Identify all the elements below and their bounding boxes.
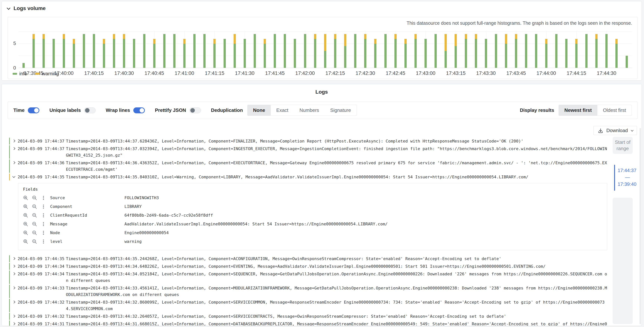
chevron-down-icon[interactable] [12, 174, 18, 180]
stacked-bar [133, 39, 135, 68]
kebab-icon[interactable] [41, 195, 46, 200]
log-row[interactable]: 2014-03-09 17:44:36Timestamp=2014-03-09T… [9, 159, 607, 173]
magnifier-minus-icon[interactable] [32, 221, 37, 227]
log-message: Timestamp=2014-03-09T13:44:33.456141Z, L… [66, 285, 607, 298]
log-message: Timestamp=2014-03-09T13:44:35.244268Z, L… [66, 255, 607, 262]
log-message: Timestamp=2014-03-09T13:44:37.628436Z, L… [66, 138, 607, 144]
display-option-oldest-first[interactable]: Oldest first [598, 105, 632, 116]
warning-bar-segment [334, 34, 336, 39]
stacked-bar [264, 39, 266, 68]
stacked-bar [364, 34, 366, 68]
bar-slot: 17:42:00 [300, 31, 310, 68]
stacked-bar [284, 34, 286, 68]
field-name: level [50, 239, 124, 244]
log-row[interactable]: 2014-03-09 17:44:37Timestamp=2014-03-09T… [9, 138, 607, 145]
log-list: 2014-03-09 17:44:37Timestamp=2014-03-09T… [9, 138, 607, 326]
log-row[interactable]: 2014-03-09 17:44:32Timestamp=2014-03-09T… [9, 313, 607, 320]
info-bar-segment [475, 39, 477, 68]
toggle-switch[interactable] [84, 107, 96, 113]
stacked-bar [454, 34, 457, 68]
toggle-label: Unique labels [50, 107, 81, 113]
kebab-icon[interactable] [41, 221, 46, 227]
stacked-bar [42, 34, 45, 68]
bar-slot [39, 31, 49, 68]
stacked-bar [203, 34, 206, 68]
log-row[interactable]: 2014-03-09 17:44:34Timestamp=2014-03-09T… [9, 270, 607, 284]
kebab-icon[interactable] [41, 239, 46, 244]
log-nav-current-range[interactable]: 17:44:37 — 17:39:40 [614, 165, 638, 191]
log-row[interactable]: 2014-03-09 17:44:37Timestamp=2014-03-09T… [9, 145, 607, 159]
magnifier-minus-icon[interactable] [32, 239, 37, 244]
info-bar-segment [324, 51, 326, 68]
chevron-right-icon[interactable] [12, 263, 18, 270]
scrollbar[interactable] [640, 128, 641, 324]
magnifier-plus-icon[interactable] [23, 213, 28, 218]
magnifier-plus-icon[interactable] [23, 221, 28, 227]
info-bar-segment [123, 39, 125, 68]
toggle-switch[interactable] [190, 107, 201, 113]
field-name: Source [50, 195, 124, 200]
bar-slot [431, 31, 441, 68]
chevron-right-icon[interactable] [12, 145, 18, 158]
dedup-option-signature[interactable]: Signature [324, 105, 356, 116]
kebab-icon[interactable] [41, 204, 46, 209]
magnifier-minus-icon[interactable] [32, 204, 37, 209]
legend-item-warning[interactable]: warning [35, 71, 59, 77]
stacked-bar [384, 34, 386, 68]
chevron-right-icon[interactable] [12, 321, 18, 326]
stacked-bar [505, 34, 507, 68]
bar-slot [310, 31, 320, 68]
dedup-option-exact[interactable]: Exact [271, 105, 294, 116]
display-option-newest-first[interactable]: Newest first [559, 105, 597, 116]
log-message: Timestamp=2014-03-09T13:44:37.032394Z, L… [66, 145, 607, 158]
info-bar-segment [294, 39, 296, 68]
toggle-switch[interactable] [133, 107, 145, 113]
download-label: Download [606, 128, 628, 133]
magnifier-plus-icon[interactable] [23, 230, 28, 235]
chevron-right-icon[interactable] [12, 160, 18, 173]
chevron-right-icon[interactable] [12, 285, 18, 298]
chevron-right-icon[interactable] [12, 299, 18, 312]
bar-slot [230, 31, 240, 68]
legend-item-info[interactable]: info [13, 71, 27, 77]
dedup-option-none[interactable]: None [248, 105, 271, 116]
log-row[interactable]: 2014-03-09 17:44:31Timestamp=2014-03-09T… [9, 320, 607, 326]
magnifier-minus-icon[interactable] [32, 195, 37, 200]
stacked-bar [485, 39, 487, 68]
bar-slot [350, 31, 360, 68]
magnifier-plus-icon[interactable] [23, 204, 28, 209]
log-row[interactable]: 2014-03-09 17:44:33Timestamp=2014-03-09T… [9, 285, 607, 298]
bar-slot: 17:42:45 [390, 31, 400, 68]
x-axis-tick: 17:41:45 [265, 70, 285, 76]
chevron-right-icon[interactable] [12, 271, 18, 284]
logs-volume-header[interactable]: Logs volume [2, 1, 642, 11]
dedup-option-numbers[interactable]: Numbers [294, 105, 324, 116]
kebab-icon[interactable] [41, 230, 46, 235]
log-row[interactable]: 2014-03-09 17:44:34Timestamp=2014-03-09T… [9, 263, 607, 270]
magnifier-plus-icon[interactable] [23, 239, 28, 244]
toggle-switch[interactable] [28, 107, 39, 113]
download-button[interactable]: Download [594, 126, 637, 135]
stacked-bar [63, 34, 65, 68]
chevron-right-icon[interactable] [12, 255, 18, 262]
info-bar-segment [354, 34, 356, 68]
chevron-right-icon[interactable] [12, 313, 18, 319]
log-row[interactable]: 2014-03-09 17:44:35Timestamp=2014-03-09T… [9, 174, 607, 180]
magnifier-minus-icon[interactable] [32, 213, 37, 218]
log-row[interactable]: 2014-03-09 17:44:32Timestamp=2014-03-09T… [9, 299, 607, 312]
log-nav-start-of-range[interactable]: Start of range [612, 137, 633, 154]
bar-slot [622, 31, 632, 68]
kebab-icon[interactable] [41, 213, 46, 218]
stacked-bar [354, 34, 356, 68]
stacked-bar [163, 34, 166, 68]
log-row[interactable]: 2014-03-09 17:44:35Timestamp=2014-03-09T… [9, 255, 607, 262]
bar-slot [139, 31, 149, 68]
magnifier-minus-icon[interactable] [32, 230, 37, 235]
log-nav-older-chunk[interactable] [612, 198, 633, 324]
chevron-down-icon[interactable] [7, 6, 10, 10]
magnifier-plus-icon[interactable] [23, 195, 28, 200]
stacked-bar [394, 34, 397, 68]
fields-title: Fields [18, 187, 607, 192]
chevron-right-icon[interactable] [12, 138, 18, 144]
x-axis-tick: 17:43:00 [416, 70, 436, 76]
